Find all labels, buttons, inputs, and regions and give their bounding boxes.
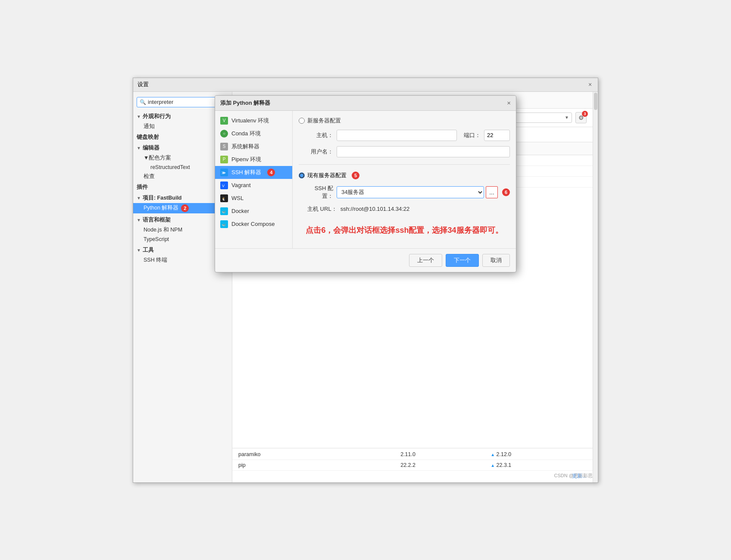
dialog-sidebar-system[interactable]: S 系统解释器	[232, 140, 292, 153]
dialog-footer: 上一个 下一个 取消	[232, 248, 516, 272]
host-row: 主机： 端口：	[299, 130, 510, 141]
host-url-row: 主机 URL： ssh://root@10.101.14.34:22	[299, 205, 510, 213]
dialog-sidebar-wsl[interactable]: 🐧 WSL	[232, 192, 292, 205]
username-row: 用户名：	[299, 146, 510, 157]
dialog-close-button[interactable]: ×	[507, 99, 511, 106]
dialog-sidebar-vagrant[interactable]: V Vagrant	[232, 179, 292, 192]
host-url-value: ssh://root@10.101.14.34:22	[341, 206, 410, 212]
docker-label: Docker	[232, 208, 249, 214]
port-input[interactable]	[484, 130, 510, 141]
username-input[interactable]	[337, 146, 510, 157]
host-url-label: 主机 URL：	[307, 205, 337, 213]
ssh-config-select-wrapper: 34服务器 ... 6	[337, 186, 510, 198]
main-window: 设置 × 🔍 1 × ▼ 外观和行为 通知	[133, 78, 598, 483]
dialog-overlay: 添加 Python 解释器 × V Virtualenv 环境	[232, 92, 593, 482]
ellipsis-badge: 6	[502, 188, 510, 196]
divider	[299, 164, 510, 165]
new-server-radio[interactable]	[299, 118, 305, 124]
ssh-config-label: SSH 配置：	[307, 185, 333, 200]
cancel-button[interactable]: 取消	[482, 254, 510, 267]
dialog-sidebar-ssh[interactable]: ≫ SSH 解释器 4	[232, 166, 292, 179]
dialog-sidebar-docker[interactable]: 🐳 Docker	[232, 205, 292, 218]
new-server-label: 新服务器配置	[307, 117, 341, 125]
watermark: CSDN @思影影思	[554, 472, 593, 479]
host-input[interactable]	[337, 130, 457, 141]
conda-label: Conda 环境	[232, 130, 261, 138]
dialog-sidebar: V Virtualenv 环境 ○ Conda 环境 S 系统解释器	[232, 111, 293, 248]
content-area: 🔍 1 × ▼ 外观和行为 通知 键盘映射	[133, 92, 598, 482]
dialog-sidebar-conda[interactable]: ○ Conda 环境	[232, 127, 292, 140]
ellipsis-button[interactable]: ...	[486, 186, 498, 198]
port-label: 端口：	[464, 131, 481, 139]
existing-server-label: 现有服务器配置	[307, 172, 347, 179]
ssh-badge: 4	[267, 169, 275, 176]
dialog-title: 添加 Python 解释器	[232, 99, 270, 107]
existing-config-row: 现有服务器配置 5	[299, 172, 510, 179]
existing-badge: 5	[352, 172, 359, 179]
system-label: 系统解释器	[232, 143, 259, 150]
docker-compose-label: Docker Compose	[232, 221, 275, 227]
dialog-sidebar-virtualenv[interactable]: V Virtualenv 环境	[232, 114, 292, 127]
ssh-config-row: SSH 配置： 34服务器 ... 6	[299, 185, 510, 200]
host-label: 主机：	[307, 131, 333, 139]
pipenv-label: Pipenv 环境	[232, 156, 261, 163]
dialog-title-bar: 添加 Python 解释器 ×	[232, 96, 516, 111]
dialog-sidebar-pipenv[interactable]: P Pipenv 环境	[232, 153, 292, 166]
ssh-config-select[interactable]: 34服务器	[337, 186, 484, 198]
ssh-label: SSH 解释器	[232, 169, 261, 176]
annotation-text: 点击6，会弹出对话框选择ssh配置，选择34服务器即可。	[299, 218, 510, 242]
next-button[interactable]: 下一个	[446, 254, 479, 267]
virtualenv-label: Virtualenv 环境	[232, 117, 269, 125]
prev-button[interactable]: 上一个	[409, 254, 442, 267]
wsl-label: WSL	[232, 195, 244, 201]
existing-server-radio[interactable]	[299, 172, 305, 178]
right-panel: 项目: FastBuild › Python 解释器 Python 解释器： P…	[232, 92, 593, 482]
vagrant-label: Vagrant	[232, 182, 251, 188]
dialog-body: V Virtualenv 环境 ○ Conda 环境 S 系统解释器	[232, 111, 516, 248]
new-server-config-row: 新服务器配置	[299, 117, 510, 125]
ellipsis-label: ...	[489, 189, 494, 196]
dialog-right-content: 新服务器配置 主机： 端口： 用户名：	[293, 111, 516, 248]
username-label: 用户名：	[307, 148, 333, 156]
dialog-sidebar-docker-compose[interactable]: 🐳 Docker Compose	[232, 218, 292, 231]
add-interpreter-dialog: 添加 Python 解释器 × V Virtualenv 环境	[232, 95, 516, 272]
